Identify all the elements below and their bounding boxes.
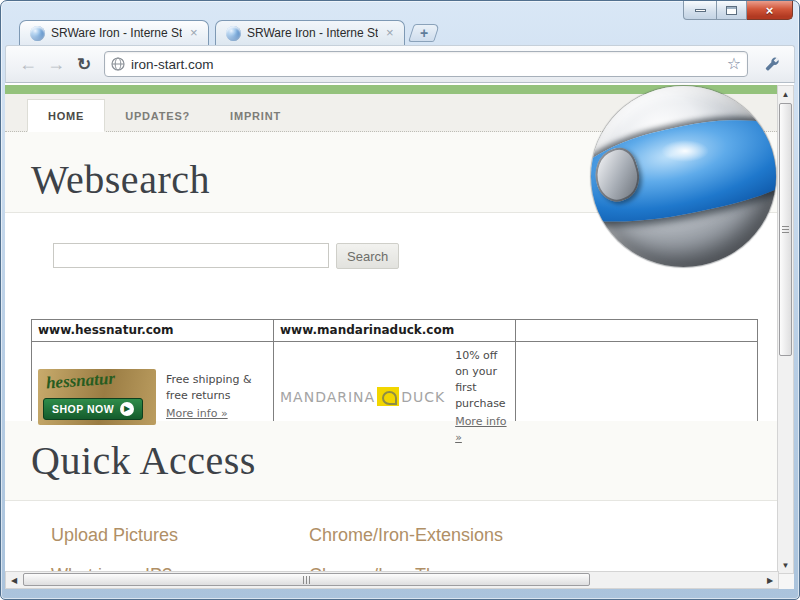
plus-icon: + — [420, 26, 428, 40]
close-icon: × — [766, 4, 774, 17]
browser-window: SRWare Iron - Interne Sta... × SRWare Ir… — [0, 0, 800, 600]
forward-button[interactable]: → — [42, 51, 70, 77]
page-content: HOME UPDATES? IMPRINT Websearch Search w… — [5, 83, 779, 574]
maximize-icon — [726, 6, 737, 15]
wrench-icon — [762, 55, 781, 74]
scroll-left-icon[interactable]: ◀ — [6, 572, 22, 588]
new-tab-button[interactable]: + — [408, 24, 440, 42]
quick-access-section-header: Quick Access — [5, 421, 779, 501]
window-controls: × — [683, 1, 793, 20]
titlebar[interactable]: SRWare Iron - Interne Sta... × SRWare Ir… — [1, 1, 799, 45]
vertical-scrollbar[interactable]: ▲ ▼ — [777, 85, 794, 574]
iron-favicon-icon — [226, 26, 241, 41]
search-button[interactable]: Search — [336, 243, 399, 269]
back-button[interactable]: ← — [14, 51, 42, 77]
address-bar[interactable]: iron-start.com ☆ — [104, 51, 748, 77]
ad-header-hessnatur: www.hessnatur.com — [32, 320, 274, 342]
more-info-link[interactable]: More info » — [166, 406, 228, 422]
bookmark-star-icon[interactable]: ☆ — [727, 56, 741, 72]
browser-tab-2[interactable]: SRWare Iron - Interne Sta... × — [215, 20, 405, 45]
minimize-button[interactable] — [683, 1, 717, 20]
browser-tab-title: SRWare Iron - Interne Sta... — [51, 26, 182, 40]
vertical-scroll-thumb[interactable] — [779, 103, 792, 356]
ad-text: 10% off on your first purchase — [455, 349, 506, 410]
browser-tab-title: SRWare Iron - Interne Sta... — [247, 26, 378, 40]
shop-now-button[interactable]: SHOP NOW ▶ — [43, 398, 143, 420]
iron-favicon-icon — [30, 26, 45, 41]
ad-header-empty — [516, 320, 758, 342]
tab-close-icon[interactable]: × — [188, 26, 200, 40]
upload-pictures-link[interactable]: Upload Pictures — [51, 525, 309, 546]
maximize-button[interactable] — [717, 1, 747, 20]
hessnatur-banner[interactable]: hessnatur SHOP NOW ▶ — [38, 369, 156, 425]
close-button[interactable]: × — [747, 1, 793, 20]
globe-icon — [111, 57, 125, 71]
search-input[interactable] — [53, 243, 329, 268]
srware-iron-logo — [591, 86, 776, 267]
site-tab-updates[interactable]: UPDATES? — [105, 99, 210, 132]
wrench-menu-button[interactable] — [756, 51, 786, 77]
extensions-link[interactable]: Chrome/Iron-Extensions — [309, 525, 779, 546]
site-tab-imprint[interactable]: IMPRINT — [210, 99, 301, 132]
ad-header-mandarinaduck: www.mandarinaduck.com — [274, 320, 516, 342]
site-tab-home[interactable]: HOME — [27, 99, 105, 132]
quick-access-links: Upload Pictures Chrome/Iron-Extensions W… — [5, 501, 779, 574]
mandarinaduck-logo[interactable]: MANDARINA DUCK — [280, 387, 445, 406]
duck-mark-icon — [377, 387, 399, 406]
minimize-icon — [695, 9, 706, 12]
ads-section: www.hessnatur.com www.mandarinaduck.com … — [5, 301, 779, 421]
page-viewport: HOME UPDATES? IMPRINT Websearch Search w… — [5, 83, 794, 589]
hessnatur-logo: hessnatur — [45, 369, 115, 393]
scroll-down-icon[interactable]: ▼ — [778, 557, 793, 573]
horizontal-scrollbar[interactable]: ◀ ▶ — [5, 571, 779, 589]
quick-access-title: Quick Access — [31, 437, 779, 484]
scroll-right-icon[interactable]: ▶ — [762, 572, 778, 588]
nav-toolbar: ← → ↻ iron-start.com ☆ — [5, 45, 795, 83]
tab-close-icon[interactable]: × — [384, 26, 396, 40]
browser-tab-1[interactable]: SRWare Iron - Interne Sta... × — [19, 20, 209, 45]
play-icon: ▶ — [120, 402, 134, 416]
scroll-up-icon[interactable]: ▲ — [778, 86, 793, 102]
ad-text: Free shipping & free returns — [166, 373, 252, 402]
url-text[interactable]: iron-start.com — [131, 57, 727, 72]
horizontal-scroll-thumb[interactable] — [23, 573, 590, 586]
more-info-link[interactable]: More info » — [455, 414, 509, 446]
reload-button[interactable]: ↻ — [70, 51, 98, 77]
